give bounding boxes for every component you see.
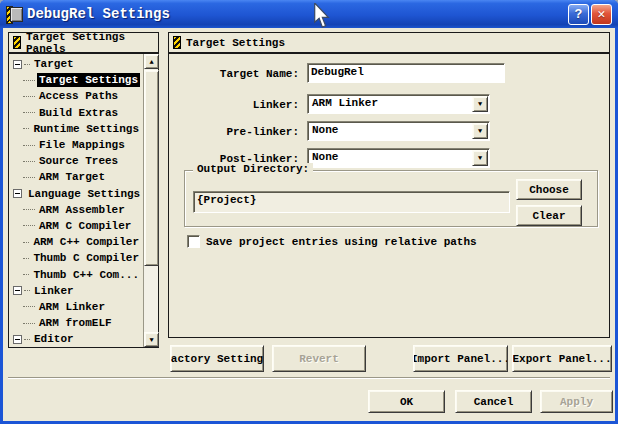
tree-connector: [23, 225, 35, 226]
tree-item[interactable]: ARM Target: [23, 169, 141, 185]
tree-panel-header: Target Settings Panels: [8, 32, 159, 53]
tree-item[interactable]: Linker: [13, 283, 141, 299]
tree-item-label: Linker: [32, 284, 76, 298]
tree-item[interactable]: Access Paths: [23, 88, 141, 104]
linker-dropdown[interactable]: ARM Linker ▼: [307, 94, 490, 114]
help-button[interactable]: ?: [568, 4, 589, 25]
tree-item[interactable]: File Mappings: [23, 137, 141, 153]
tree-connector: [23, 161, 35, 162]
tree-item-label: File Mappings: [37, 138, 127, 152]
cancel-button[interactable]: Cancel: [455, 390, 532, 413]
pre-linker-dropdown[interactable]: None ▼: [307, 121, 490, 141]
tree-item-label: ARM Linker: [37, 300, 107, 314]
tree-connector: [23, 112, 35, 113]
clear-button[interactable]: Clear: [516, 205, 582, 226]
tree-connector: [24, 339, 30, 340]
tree-connector: [23, 96, 35, 97]
tree-panel-title: Target Settings Panels: [26, 31, 154, 55]
tree-item-label: ARM C++ Compiler: [31, 235, 141, 249]
relative-paths-label: Save project entries using relative path…: [206, 236, 477, 248]
tree-item[interactable]: Target: [13, 56, 141, 72]
tree-item-label: ARM Assembler: [37, 203, 127, 217]
tree-item-label: Language Settings: [26, 187, 141, 201]
tree-connector: [23, 258, 29, 259]
collapse-icon[interactable]: [13, 335, 22, 344]
collapse-icon[interactable]: [13, 286, 22, 295]
linker-label: Linker:: [171, 99, 299, 111]
export-panel-button[interactable]: Export Panel...: [512, 345, 612, 372]
tree-item-label: Thumb C++ Com...: [31, 268, 141, 282]
pre-linker-value: None: [312, 124, 338, 136]
tree-item-label: Target: [32, 57, 76, 71]
tree-item-label: ARM Target: [37, 170, 107, 184]
target-name-label: Target Name:: [171, 68, 299, 80]
debugrel-settings-dialog: DebugRel Settings ? ✕ Target Settings Pa…: [0, 0, 618, 424]
chevron-down-icon[interactable]: ▼: [472, 150, 488, 166]
tree-connector: [23, 177, 35, 178]
tree-item[interactable]: Source Trees: [23, 153, 141, 169]
tree-item-label: Target Settings: [37, 73, 140, 87]
target-settings-panel: Target Name: DebugRel Linker: ARM Linker…: [168, 53, 610, 338]
tree-item-label: Editor: [32, 332, 76, 345]
tree-item[interactable]: Thumb C Compiler: [23, 250, 141, 266]
scroll-up-icon[interactable]: ▲: [144, 54, 159, 69]
close-icon[interactable]: ✕: [591, 4, 612, 25]
chevron-down-icon[interactable]: ▼: [472, 123, 488, 139]
apply-button[interactable]: Apply: [540, 390, 613, 413]
tree-connector: [23, 80, 35, 81]
tree-item[interactable]: ARM C Compiler: [23, 218, 141, 234]
tree-connector: [23, 145, 35, 146]
choose-button[interactable]: Choose: [516, 179, 582, 200]
tree-item[interactable]: Language Settings: [13, 186, 141, 202]
target-settings-header: Target Settings: [168, 32, 610, 53]
import-panel-button[interactable]: Import Panel...: [413, 345, 508, 372]
tree-connector: [23, 306, 35, 307]
tree-connector: [24, 64, 30, 65]
output-directory-group: Output Directory: {Project} Choose Clear: [184, 170, 598, 227]
scroll-down-icon[interactable]: ▼: [144, 332, 159, 347]
tree-item-label: Access Paths: [37, 89, 120, 103]
ok-button[interactable]: OK: [368, 390, 445, 413]
tree-connector: [23, 128, 29, 129]
chevron-down-icon[interactable]: ▼: [472, 96, 488, 112]
tree-scrollbar[interactable]: ▲ ▼: [143, 54, 158, 347]
factory-settings-button[interactable]: Factory Settings: [170, 345, 264, 372]
title-bar[interactable]: DebugRel Settings ? ✕: [0, 0, 618, 28]
tree-item-label: Thumb C Compiler: [31, 251, 141, 265]
window-title: DebugRel Settings: [27, 6, 170, 22]
collapse-icon[interactable]: [13, 60, 22, 69]
tree-item[interactable]: ARM fromELF: [23, 315, 141, 331]
app-icon: [6, 6, 22, 22]
tree-connector: [23, 274, 29, 275]
panel-stripe-icon: [13, 36, 21, 49]
tree-rows: Target Target Settings Access Paths Buil…: [11, 56, 141, 345]
post-linker-value: None: [312, 151, 338, 163]
tree-item-label: ARM C Compiler: [37, 219, 133, 233]
pre-linker-label: Pre-linker:: [171, 126, 299, 138]
target-name-input[interactable]: DebugRel: [307, 63, 505, 83]
tree-connector: [23, 323, 35, 324]
tree-connector: [23, 209, 35, 210]
post-linker-dropdown[interactable]: None ▼: [307, 148, 490, 168]
output-directory-path: {Project}: [193, 191, 510, 213]
tree-connector: [23, 242, 29, 243]
tree-item[interactable]: Build Extras: [23, 105, 141, 121]
revert-button[interactable]: Revert: [272, 345, 366, 372]
relative-paths-checkbox[interactable]: [187, 235, 200, 248]
tree-item[interactable]: ARM Linker: [23, 299, 141, 315]
tree-item[interactable]: ARM Assembler: [23, 202, 141, 218]
target-settings-title: Target Settings: [186, 37, 285, 49]
tree-item[interactable]: Runtime Settings: [23, 121, 141, 137]
output-directory-label: Output Directory:: [193, 163, 313, 175]
tree-item-label: ARM fromELF: [37, 316, 114, 330]
collapse-icon[interactable]: [13, 189, 22, 198]
tree-connector: [24, 290, 30, 291]
tree-item[interactable]: Thumb C++ Com...: [23, 266, 141, 282]
scrollbar-thumb[interactable]: [144, 70, 159, 266]
tree-item[interactable]: ARM C++ Compiler: [23, 234, 141, 250]
tree-item-label: Runtime Settings: [31, 122, 141, 136]
tree-item-label: Build Extras: [37, 106, 120, 120]
tree-item[interactable]: Editor: [13, 331, 141, 345]
tree-item-label: Source Trees: [37, 154, 120, 168]
tree-item[interactable]: Target Settings: [23, 72, 141, 88]
